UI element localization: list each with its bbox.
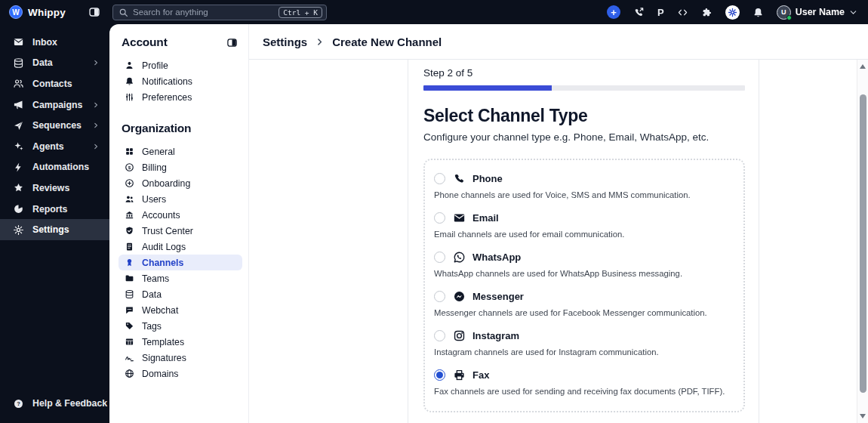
chevron-right-icon (92, 143, 100, 150)
settings-nav-item-teams[interactable]: Teams (119, 270, 242, 286)
radio-instagram[interactable] (434, 330, 445, 341)
contacts-icon (13, 78, 24, 89)
pie-icon (13, 203, 24, 215)
settings-nav-item-profile[interactable]: Profile (119, 57, 242, 73)
radio-fax[interactable] (434, 369, 445, 381)
channel-option-email[interactable]: EmailEmail channels are used for email c… (434, 212, 734, 239)
sidebar-item-settings[interactable]: Settings (0, 219, 109, 240)
page-title: Select Channel Type (423, 106, 745, 126)
sidebar-item-data[interactable]: Data (0, 53, 109, 74)
globe-icon (125, 369, 134, 378)
developer-icon[interactable] (677, 7, 688, 18)
settings-nav-item-tags[interactable]: Tags (119, 318, 242, 334)
sidebar-item-campaigns[interactable]: Campaigns (0, 94, 109, 116)
calls-icon[interactable] (633, 7, 645, 18)
settings-nav-item-templates[interactable]: Templates (119, 334, 242, 350)
star-icon (13, 182, 24, 193)
bank-icon (125, 210, 134, 220)
sidebar-item-inbox[interactable]: Inbox (0, 32, 109, 53)
radio-whatsapp[interactable] (434, 252, 445, 263)
breadcrumb: Settings Create New Channel (249, 24, 868, 60)
section-title-account: Account (122, 36, 168, 49)
channel-option-description: Phone channels are used for Voice, SMS a… (434, 190, 734, 199)
bolt-icon (13, 162, 24, 173)
settings-nav-item-trust-center[interactable]: Trust Center (119, 223, 242, 239)
settings-nav-item-accounts[interactable]: Accounts (119, 207, 242, 223)
messenger-icon (453, 290, 466, 303)
wizard-content: Step 2 of 5 Select Channel Type Configur… (249, 60, 857, 423)
settings-nav-item-notifications[interactable]: Notifications (119, 73, 242, 89)
settings-nav-item-onboarding[interactable]: Onboarding (119, 175, 242, 191)
scroll-down-arrow[interactable] (857, 411, 868, 421)
svg-text:?: ? (17, 400, 20, 407)
shield-check-icon (125, 226, 134, 236)
gear-icon (13, 224, 24, 236)
search-input[interactable] (133, 8, 274, 17)
instagram-icon (453, 329, 466, 342)
global-search[interactable]: Ctrl + K (112, 5, 327, 20)
progress-bar (423, 85, 745, 91)
notifications-icon[interactable] (753, 7, 764, 18)
settings-nav-item-webchat[interactable]: Webchat (119, 302, 242, 318)
settings-nav-item-audit-logs[interactable]: Audit Logs (119, 239, 242, 255)
settings-nav-item-signatures[interactable]: Signatures (119, 350, 242, 366)
user-menu[interactable]: UUser Name (777, 5, 857, 20)
channel-option-description: Fax channels are used for sending and re… (434, 387, 734, 396)
settings-nav-item-general[interactable]: General (119, 144, 242, 159)
settings-nav-item-billing[interactable]: $Billing (119, 159, 242, 175)
settings-nav-item-users[interactable]: Users (119, 191, 242, 207)
chevron-right-icon (92, 101, 100, 109)
folder-icon (125, 273, 134, 283)
channel-option-description: Email channels are used for email commun… (434, 230, 734, 239)
channel-option-instagram[interactable]: InstagramInstagram channels are used for… (434, 329, 734, 357)
channel-option-fax[interactable]: FaxFax channels are used for sending and… (434, 369, 734, 396)
app-settings-icon[interactable] (725, 5, 740, 20)
channel-option-whatsapp[interactable]: WhatsAppWhatsApp channels are used for W… (434, 251, 734, 278)
megaphone-icon (13, 99, 24, 110)
settings-nav-item-data[interactable]: Data (119, 286, 242, 302)
breadcrumb-settings[interactable]: Settings (263, 36, 307, 48)
channel-option-phone[interactable]: PhonePhone channels are used for Voice, … (434, 172, 734, 199)
radio-phone[interactable] (434, 173, 445, 184)
sidebar-toggle-icon[interactable] (88, 6, 100, 18)
sidebar-item-contacts[interactable]: Contacts (0, 73, 109, 94)
settings-panel: AccountProfileNotificationsPreferencesOr… (109, 24, 868, 423)
scroll-up-arrow[interactable] (857, 61, 868, 72)
radio-messenger[interactable] (434, 291, 445, 302)
ribbon-icon (125, 258, 134, 267)
radio-email[interactable] (434, 212, 445, 224)
sidebar-item-reviews[interactable]: Reviews (0, 178, 109, 199)
email-icon (453, 212, 466, 224)
search-shortcut-badge: Ctrl + K (279, 7, 322, 18)
sidebar-item-help-feedback[interactable]: ?Help & Feedback (0, 393, 109, 414)
sidebar-item-sequences[interactable]: Sequences (0, 115, 109, 136)
step-indicator: Step 2 of 5 (423, 67, 745, 79)
brand[interactable]: W Whippy (9, 5, 66, 19)
dollar-circle-icon: $ (125, 162, 134, 172)
table-icon (125, 337, 134, 347)
channel-option-description: WhatsApp channels are used for WhatsApp … (434, 269, 734, 278)
channel-option-messenger[interactable]: MessengerMessenger channels are used for… (434, 290, 734, 317)
sidebar-item-automations[interactable]: Automations (0, 157, 109, 178)
tag-icon (125, 321, 134, 331)
scrollbar-thumb[interactable] (860, 94, 866, 393)
scrollbar[interactable] (857, 60, 868, 423)
sparkle-icon (13, 140, 24, 152)
section-title-organization: Organization (122, 122, 191, 135)
settings-nav-item-preferences[interactable]: Preferences (119, 89, 242, 105)
chevron-right-icon (92, 122, 100, 129)
settings-nav-item-channels[interactable]: Channels (119, 255, 242, 270)
power-dialer-icon[interactable]: P (657, 7, 664, 18)
collapse-settings-nav-icon[interactable] (226, 37, 238, 48)
settings-nav-item-domains[interactable]: Domains (119, 366, 242, 381)
sidebar-item-agents[interactable]: Agents (0, 136, 109, 157)
database-icon (125, 289, 134, 299)
person-icon (125, 60, 134, 70)
settings-nav: AccountProfileNotificationsPreferencesOr… (109, 24, 249, 423)
add-icon[interactable]: + (607, 5, 620, 19)
bell-solid-icon (125, 76, 134, 86)
sidebar-item-reports[interactable]: Reports (0, 199, 109, 220)
users-icon (125, 194, 134, 204)
main-area: Settings Create New Channel Step 2 of 5 … (249, 24, 868, 423)
integrations-icon[interactable] (701, 7, 713, 18)
